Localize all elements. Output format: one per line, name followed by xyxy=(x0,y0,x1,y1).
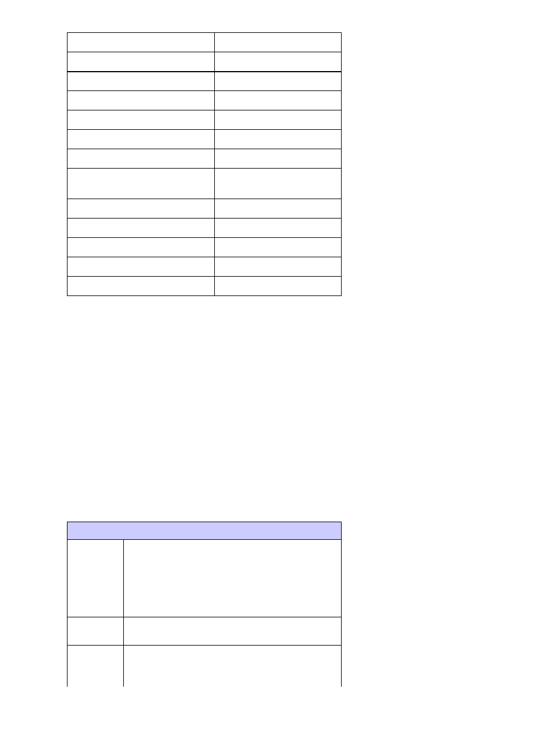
lower-table-header-row xyxy=(68,522,342,540)
table-cell xyxy=(215,277,342,296)
table-cell xyxy=(215,199,342,219)
table-cell xyxy=(215,110,342,130)
table-row xyxy=(68,277,342,296)
table-row xyxy=(68,72,342,91)
table-cell xyxy=(215,149,342,169)
table-cell xyxy=(68,91,215,110)
table-row xyxy=(68,646,342,687)
table-cell xyxy=(68,130,215,149)
table-cell xyxy=(123,540,341,617)
table-cell xyxy=(68,110,215,130)
table-cell xyxy=(215,130,342,149)
table-cell xyxy=(68,52,215,72)
table-cell xyxy=(215,238,342,257)
table-cell xyxy=(68,646,124,687)
table-cell xyxy=(215,257,342,277)
table-cell xyxy=(123,617,341,646)
table-row xyxy=(68,110,342,130)
table-row xyxy=(68,617,342,646)
table-cell xyxy=(68,540,124,617)
table-cell xyxy=(68,72,215,91)
table-cell xyxy=(215,91,342,110)
table-cell xyxy=(215,33,342,52)
table-cell xyxy=(68,277,215,296)
table-row xyxy=(68,149,342,169)
table-cell xyxy=(68,199,215,219)
table-cell xyxy=(68,617,124,646)
table-cell xyxy=(123,646,341,687)
table-cell xyxy=(68,238,215,257)
table-row xyxy=(68,199,342,219)
upper-table xyxy=(67,32,342,296)
table-row xyxy=(68,169,342,199)
table-row xyxy=(68,540,342,617)
table-cell xyxy=(215,219,342,238)
lower-table-body xyxy=(68,522,342,687)
table-row xyxy=(68,130,342,149)
table-row xyxy=(68,91,342,110)
lower-table-header-cell xyxy=(68,522,342,540)
upper-table-body xyxy=(68,33,342,296)
table-cell xyxy=(68,219,215,238)
lower-table xyxy=(67,522,342,687)
table-row xyxy=(68,257,342,277)
table-cell xyxy=(215,52,342,72)
table-cell xyxy=(68,33,215,52)
table-row xyxy=(68,238,342,257)
table-row xyxy=(68,219,342,238)
table-cell xyxy=(68,257,215,277)
table-row xyxy=(68,33,342,52)
table-row xyxy=(68,52,342,72)
table-cell xyxy=(215,72,342,91)
table-cell xyxy=(215,169,342,199)
table-cell xyxy=(68,169,215,199)
table-cell xyxy=(68,149,215,169)
